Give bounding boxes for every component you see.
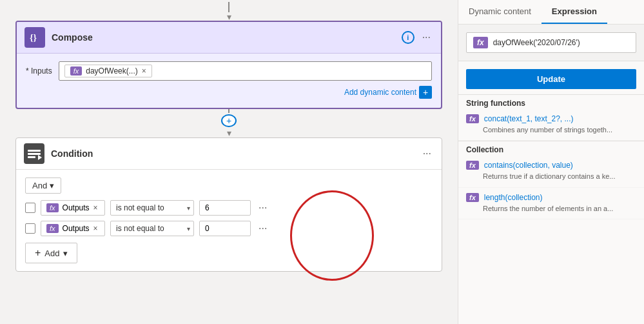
contains-function-item[interactable]: fx contains(collection, value) Returns t…	[458, 156, 644, 187]
condition-header: Condition ···	[16, 138, 442, 170]
operator-select-2[interactable]: is not equal to is equal to is greater t…	[110, 221, 194, 236]
contains-name-row: fx contains(collection, value)	[466, 161, 636, 170]
tag-close-2[interactable]: ×	[93, 224, 98, 233]
expression-input-row[interactable]: fx dayOfWeek('2020/07/26')	[466, 32, 636, 53]
row-1-ellipsis[interactable]: ···	[259, 202, 267, 214]
condition-card: Condition ··· And ▾ fx Outputs × is not …	[15, 137, 442, 272]
update-button[interactable]: Update	[466, 69, 636, 89]
middle-connector: + ▾	[0, 109, 458, 137]
add-step-btn[interactable]: +	[221, 114, 237, 127]
operator-select-wrapper-1[interactable]: is not equal to is equal to is greater t…	[110, 200, 194, 216]
svg-rect-3	[28, 156, 35, 158]
add-condition-btn[interactable]: + Add ▾	[25, 243, 77, 263]
length-fx-badge: fx	[466, 193, 479, 202]
info-icon[interactable]: i	[402, 31, 415, 44]
add-plus-icon: +	[35, 247, 41, 259]
compose-header: {} Compose i ···	[17, 22, 441, 54]
operator-select-wrapper-2[interactable]: is not equal to is equal to is greater t…	[110, 221, 194, 236]
tag-close-icon[interactable]: ×	[142, 66, 146, 76]
concat-name-row: fx concat(text_1, text_2?, ...)	[466, 114, 636, 123]
condition-icon	[24, 143, 44, 164]
add-dynamic-plus-btn[interactable]: +	[419, 86, 432, 99]
condition-fx-badge-2: fx	[46, 224, 59, 233]
tab-dynamic-content[interactable]: Dynamic content	[458, 0, 542, 24]
contains-function-name: contains(collection, value)	[484, 161, 573, 170]
tab-expression[interactable]: Expression	[542, 0, 607, 24]
svg-text:{}: {}	[30, 33, 37, 43]
condition-body: And ▾ fx Outputs × is not equal to is eq…	[16, 170, 442, 271]
compose-header-icons: i ···	[402, 30, 433, 45]
string-functions-label: String functions	[458, 94, 644, 109]
dayofweek-tag[interactable]: fx dayOfWeek(...) ×	[64, 65, 152, 77]
concat-function-desc: Combines any number of strings togeth...	[466, 125, 636, 135]
value-input-2[interactable]	[199, 221, 251, 236]
expression-value: dayOfWeek('2020/07/26')	[493, 38, 629, 47]
outputs-tag-1[interactable]: fx Outputs ×	[41, 200, 105, 216]
length-name-row: fx length(collection)	[466, 193, 636, 202]
concat-fx-badge: fx	[466, 114, 479, 123]
svg-marker-4	[38, 155, 42, 160]
outputs-tag-2[interactable]: fx Outputs ×	[41, 221, 105, 236]
outputs-label-1: Outputs	[63, 203, 90, 212]
add-dynamic-row: Add dynamic content +	[26, 86, 432, 99]
compose-icon: {}	[24, 27, 45, 48]
operator-select-1[interactable]: is not equal to is equal to is greater t…	[110, 200, 194, 216]
length-function-desc: Returns the number of elements in an a..…	[466, 204, 636, 214]
compose-title: Compose	[52, 32, 402, 43]
contains-fx-badge: fx	[466, 161, 479, 170]
inputs-label: * Inputs	[26, 66, 52, 76]
outputs-label-2: Outputs	[63, 224, 90, 233]
row-2-ellipsis[interactable]: ···	[259, 223, 267, 234]
checkbox-1[interactable]	[25, 203, 35, 213]
expression-area: fx dayOfWeek('2020/07/26')	[458, 25, 644, 61]
condition-fx-badge-1: fx	[46, 203, 59, 212]
collection-label: Collection	[458, 141, 644, 156]
condition-ellipsis[interactable]: ···	[420, 147, 434, 161]
tag-close-1[interactable]: ×	[93, 203, 98, 212]
svg-rect-1	[28, 150, 41, 152]
top-connector: ▾	[0, 3, 458, 21]
condition-row-2: fx Outputs × is not equal to is equal to…	[25, 221, 433, 236]
add-chevron-icon: ▾	[63, 248, 68, 258]
compose-body: * Inputs fx dayOfWeek(...) × Add dynamic…	[17, 54, 441, 108]
add-label: Add	[44, 248, 59, 258]
length-function-item[interactable]: fx length(collection) Returns the number…	[458, 188, 644, 219]
condition-row-1: fx Outputs × is not equal to is equal to…	[25, 200, 433, 216]
compose-ellipsis[interactable]: ···	[420, 30, 433, 45]
and-button[interactable]: And ▾	[25, 177, 61, 194]
right-tabs: Dynamic content Expression	[458, 0, 644, 25]
checkbox-2[interactable]	[25, 223, 35, 234]
concat-function-name: concat(text_1, text_2?, ...)	[484, 114, 574, 123]
tag-fx-badge: fx	[70, 66, 83, 76]
left-panel: ▾ {} Compose i ··· * Inputs fx da	[0, 0, 458, 324]
concat-function-item[interactable]: fx concat(text_1, text_2?, ...) Combines…	[458, 109, 644, 141]
and-label: And	[32, 181, 47, 190]
and-chevron-icon: ▾	[50, 181, 54, 190]
add-dynamic-link[interactable]: Add dynamic content	[344, 88, 416, 97]
contains-function-desc: Returns true if a dictionary contains a …	[466, 172, 636, 181]
condition-title: Condition	[51, 148, 420, 159]
svg-rect-2	[28, 153, 41, 155]
value-input-1[interactable]	[199, 200, 251, 216]
length-function-name: length(collection)	[484, 193, 543, 202]
compose-card: {} Compose i ··· * Inputs fx dayOfWeek(.…	[15, 21, 442, 109]
tag-text: dayOfWeek(...)	[86, 66, 137, 76]
inputs-row: * Inputs fx dayOfWeek(...) ×	[26, 61, 432, 81]
inputs-tag-container[interactable]: fx dayOfWeek(...) ×	[59, 61, 432, 81]
right-panel: Dynamic content Expression fx dayOfWeek(…	[458, 0, 644, 324]
expression-fx-badge: fx	[473, 37, 488, 48]
